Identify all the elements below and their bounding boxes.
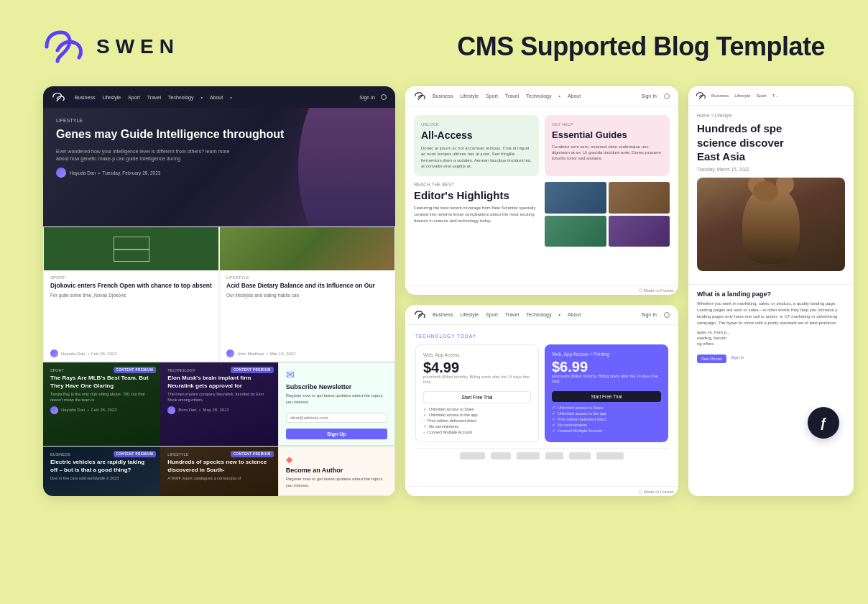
nav4-sport[interactable]: Sport xyxy=(756,93,766,98)
nav3-signin[interactable]: Sign In xyxy=(641,312,657,317)
nav2-travel[interactable]: Travel xyxy=(505,93,519,99)
essential-guides-card: Get Help Essential Guides Curabitur sem … xyxy=(545,115,670,176)
nav-technology[interactable]: Technology xyxy=(168,95,193,100)
editors-title: Editor's Highlights xyxy=(414,189,539,202)
card3-preview: Business Lifestyle Sport T... Home > Lif… xyxy=(688,86,854,496)
nav2-technology[interactable]: Technology xyxy=(526,93,551,99)
nav4-business[interactable]: Business xyxy=(711,93,729,98)
plan1-button[interactable]: Start Free Trial xyxy=(423,391,531,403)
editors-text: Featuring the best recent coverage from … xyxy=(414,205,539,224)
logo-placeholder-3 xyxy=(517,452,540,459)
plan1-feature-1: ✓ Unlimited access to Swen xyxy=(423,407,531,411)
animal-silhouette xyxy=(742,185,800,264)
bottom-excerpt-tech: The brain implant company Neuralink, fou… xyxy=(167,392,270,403)
hero-excerpt: Ever wondered how your intelligence leve… xyxy=(56,148,236,163)
card2-wrapper: Business Lifestyle Sport Travel Technolo… xyxy=(405,86,678,496)
bottom-author-name-tech: Bora Dan • May 28, 2022 xyxy=(178,408,228,412)
nav2-search-icon[interactable] xyxy=(664,93,670,99)
landing-page-subtitle: What is a landing page? xyxy=(697,290,845,298)
nav4-more: T... xyxy=(772,93,778,98)
article-grid: Sport Djokovic enters French Open with c… xyxy=(43,226,395,362)
card3-bottom: What is a landing page? Whether you work… xyxy=(688,284,854,369)
logo-text: SWEN xyxy=(96,35,180,58)
swen-logo-icon xyxy=(43,29,86,65)
see-prices-button[interactable]: See Prices xyxy=(697,354,726,363)
nav4-lifestyle[interactable]: Lifestyle xyxy=(734,93,750,98)
card3-signin-link[interactable]: Sign In xyxy=(731,355,744,360)
nav-business[interactable]: Business xyxy=(75,95,95,100)
article-author-2: John Matthew • Mar 15, 2022 xyxy=(220,347,394,361)
bottom-author-sport: Hayuda Dan • Feb 28, 2023 xyxy=(50,403,153,414)
framer-circle-button[interactable]: ƒ xyxy=(808,407,839,439)
card3-nav-logo xyxy=(696,92,706,99)
newsletter-email-input[interactable] xyxy=(286,413,387,423)
editors-text-col: Reach the Best Editor's Highlights Featu… xyxy=(414,182,539,224)
pricing-label: Technology Today. xyxy=(415,334,668,339)
newsletter-signup-button[interactable]: Sign Up xyxy=(286,429,387,439)
plan2-period: p/o/month (Billed monthly. Billing start… xyxy=(552,374,661,384)
check-icon-8: ✓ xyxy=(552,417,555,421)
bottom-card-newsletter: ✉ Subscribe Newsletter Register now to g… xyxy=(278,362,395,446)
bottom-excerpt-business: One in five cars sold worldwide in 2023 xyxy=(50,476,153,482)
nav2-lifestyle[interactable]: Lifestyle xyxy=(460,93,479,99)
check-icon-6: ✓ xyxy=(552,406,555,410)
article-category-2: Lifestyle xyxy=(226,275,388,280)
monkey-image xyxy=(697,178,845,271)
nav3-about[interactable]: About xyxy=(568,312,581,317)
nav3-lifestyle[interactable]: Lifestyle xyxy=(460,312,479,317)
plan2-button[interactable]: Start Free Trial xyxy=(552,391,661,402)
nav-lifestyle[interactable]: Lifestyle xyxy=(102,95,121,100)
bottom-title-lifestyle: Hundreds of species new to science disco… xyxy=(167,459,270,474)
article-item-2: Lifestyle Acid Base Dietary Balance and … xyxy=(219,226,395,362)
bottom-card-become-author: ◆ Become an Author Register now to get l… xyxy=(278,447,395,496)
plan1-feature-3: – Print edition delivered direct xyxy=(423,418,531,423)
editor-img-4 xyxy=(609,216,670,247)
nav3-search-icon[interactable] xyxy=(664,312,670,318)
article-body-2: Lifestyle Acid Base Dietary Balance and … xyxy=(220,270,394,347)
plan2-feature-2: ✓ Unlimited access to the app xyxy=(552,411,661,416)
bottom-card-sport: CONTENT PREMIUM Sport The Rays Are MLB's… xyxy=(43,362,160,446)
page-title: CMS Supported Blog Template xyxy=(457,32,825,62)
plan1-feature-2: ✓ Unlimited access to the app xyxy=(423,413,531,417)
pricing-plan-1: Web, App Access $4.99 p/o/month (Billed … xyxy=(415,344,539,442)
bottom-card-tech: CONTENT PREMIUM Technology Elon Musk's b… xyxy=(160,362,277,446)
nav2-business[interactable]: Business xyxy=(433,93,453,99)
bottom-excerpt-sport: Tampa Bay is the only club sitting above… xyxy=(50,392,153,403)
nav3-business[interactable]: Business xyxy=(433,312,453,317)
article-body-1: Sport Djokovic enters French Open with c… xyxy=(44,270,218,347)
hero-bg-person xyxy=(280,108,395,226)
nav3-sport[interactable]: Sport xyxy=(486,312,498,317)
envelope-icon: ✉ xyxy=(286,369,387,380)
nav3-technology[interactable]: Technology xyxy=(526,312,551,317)
premium-badge-4: CONTENT PREMIUM xyxy=(231,451,274,457)
landing-page-text: Whether you work in marketing, sales, or… xyxy=(697,301,845,326)
search-icon[interactable] xyxy=(381,94,387,100)
card3-breadcrumb: Home > Lifestyle xyxy=(697,113,845,118)
plan2-feature-5: ✓ Connect Multiple Account xyxy=(552,429,661,433)
nav-travel[interactable]: Travel xyxy=(147,95,161,100)
hero-section: Lifestyle Genes may Guide Intelligence t… xyxy=(43,108,395,226)
nav3-travel[interactable]: Travel xyxy=(505,312,519,317)
nav2-more: • xyxy=(558,93,560,99)
plan1-label: Web, App Access xyxy=(423,352,531,357)
hero-silhouette xyxy=(287,108,395,226)
nav2-signin[interactable]: Sign In xyxy=(641,93,657,99)
check-icon-9: ✓ xyxy=(552,423,555,427)
author-name: Hayuda Dan • Tuesday, February 28, 2023 xyxy=(70,170,160,175)
card2-features: Business Lifestyle Sport Travel Technolo… xyxy=(405,86,678,295)
article-author-name-2: John Matthew • Mar 15, 2022 xyxy=(237,352,295,356)
become-author-title: Become an Author xyxy=(286,467,387,474)
diamond-icon: ◆ xyxy=(286,454,387,465)
check-icon-3: – xyxy=(423,418,425,423)
check-icon-5: – xyxy=(423,430,425,434)
card2-nav: Business Lifestyle Sport Travel Technolo… xyxy=(405,86,678,106)
nav-sport[interactable]: Sport xyxy=(128,95,140,100)
nav-signin[interactable]: Sign In xyxy=(359,95,375,100)
nav2-about[interactable]: About xyxy=(568,93,581,99)
plan1-feature-5: – Connect Multiple Account xyxy=(423,430,531,434)
become-author-text: Register now to get latest updates about… xyxy=(286,476,387,488)
nav-about[interactable]: About xyxy=(210,95,223,100)
bottom-row-1: CONTENT PREMIUM Sport The Rays Are MLB's… xyxy=(43,362,395,446)
plan2-feature-1: ✓ Unlimited access to Swen xyxy=(552,406,661,410)
nav2-sport[interactable]: Sport xyxy=(486,93,498,99)
